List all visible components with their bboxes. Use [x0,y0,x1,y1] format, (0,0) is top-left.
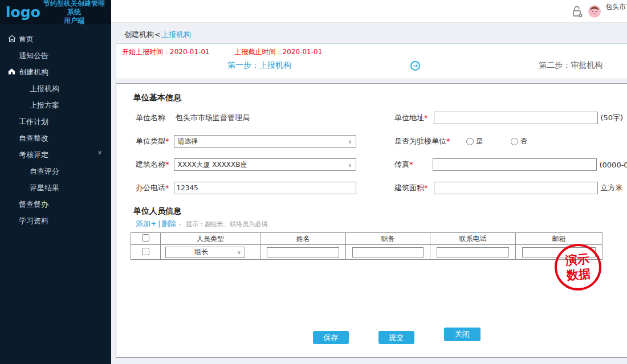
sidebar-item-work-plan[interactable]: 工作计划 [0,113,111,130]
person-type-select[interactable]: 组长 ∨ [165,247,245,258]
radio-yes[interactable]: 是 [466,136,483,146]
sidebar-item-assessment[interactable]: 考核评定 ∨ [0,146,111,163]
user-info[interactable]: 包头市市场监督管理局 管理员 [605,3,627,20]
form-row-3: 建筑名称* XXXX大厦 XXXXXB座 ∨ 传真* (0000-0000000… [133,158,627,171]
sidebar-item-create-org[interactable]: 创建机构 [0,64,111,80]
sidebar-item-supervision[interactable]: 督查督办 [0,196,111,212]
sidebar-item-label: 自查评分 [30,166,59,177]
fax-label: 传真* [394,159,413,170]
sidebar-item-home[interactable]: 首页 [0,31,111,47]
person-duty-input[interactable] [352,247,424,257]
col-person-type: 人员类型 [161,233,260,245]
form-actions: 保存 提交 关闭 [116,328,627,344]
unit-address-input[interactable] [434,112,598,124]
save-button[interactable]: 保存 [313,331,349,344]
required-asterisk: * [165,160,169,169]
sidebar-item-report-org[interactable]: 上报机构 [0,80,111,97]
sidebar-item-self-check[interactable]: 自查整改 [0,130,111,146]
sidebar-item-label: 通知公告 [19,51,48,61]
breadcrumb-parent: 创建机构 [124,30,154,39]
sidebar-item-report-plan[interactable]: 上报方案 [0,97,111,113]
building-name-label: 建筑名称* [136,159,169,170]
col-email: 邮箱 [516,233,602,245]
system-title: 节约型机关创建管理系统 用户端 [40,0,108,25]
select-all-checkbox[interactable] [142,234,149,242]
col-name: 姓名 [260,233,346,245]
radio-no-input[interactable] [511,138,518,145]
unit-name-label: 单位名称 [136,113,165,123]
stamp-line1: 演示 [565,251,590,268]
sidebar-item-self-score[interactable]: 自查评分 [0,163,111,179]
personnel-table: 人员类型 姓名 职务 联系电话 邮箱 组长 ∨ [131,232,602,260]
step-one-label: 第一步：上报机构 [227,60,291,71]
sidebar-item-notices[interactable]: 通知公告 [0,47,111,64]
people-hint: 提示：副组长、联络员为必填 [186,220,267,228]
unit-type-select[interactable]: 请选择 ∨ [174,135,356,148]
arrow-right-icon: → [410,61,420,71]
table-header-row: 人员类型 姓名 职务 联系电话 邮箱 [131,233,602,245]
section-title-basic-info: 单位基本信息 [133,93,627,103]
radio-yes-input[interactable] [466,138,474,145]
required-asterisk: * [165,183,169,192]
report-dates: 开始上报时间：2020-01-01 上报截止时间：2020-01-01 [122,47,627,57]
chevron-down-icon: ∨ [237,249,241,255]
unit-name-value: 包头市市场监督管理局 [176,113,250,123]
submit-button[interactable]: 提交 [378,331,414,344]
sidebar-item-label: 评星结果 [30,183,59,193]
building-area-label: 建筑面积* [394,183,428,193]
form-row-2: 单位类型* 请选择 ∨ 是否为驻楼单位* 是 否 [133,134,627,148]
lock-settings-icon[interactable] [570,5,584,18]
sidebar-item-label: 学习资料 [19,216,48,226]
section-title-personnel: 单位人员信息 [133,206,627,216]
sidebar-item-learning[interactable]: 学习资料 [0,212,111,229]
office-phone-label: 办公电话* [136,183,169,193]
fax-hint: (0000-0000000) [600,161,627,169]
in-building-radio-group: 是 否 [466,136,555,146]
building-name-select[interactable]: XXXX大厦 XXXXXB座 ∨ [174,158,356,171]
col-duty: 职务 [346,233,430,245]
content: 创建机构<上报机构 开始上报时间：2020-01-01 上报截止时间：2020-… [111,23,627,358]
radio-no[interactable]: 否 [511,136,528,146]
chevron-down-icon: ∨ [348,162,352,168]
close-button[interactable]: 关闭 [444,328,481,341]
sidebar-item-label: 督查督办 [19,199,48,210]
sidebar-item-label: 自查整改 [19,133,48,144]
logo: logo [6,4,40,21]
sidebar-item-label: 上报机构 [30,84,59,94]
table-row: 组长 ∨ [131,245,602,260]
required-asterisk: * [446,137,450,145]
office-phone-input[interactable] [174,182,356,194]
topbar: 包头市市场监督管理局 管理员 [111,0,627,23]
delete-row-button[interactable]: 删除 - [161,219,181,229]
sidebar: logo 节约型机关创建管理系统 用户端 首页 通知公告 创建机构 [0,0,111,364]
sidebar-item-label: 上报方案 [30,100,59,111]
form-row-1: 单位名称 包头市市场监督管理局 单位地址* (50字) [133,111,627,125]
user-org-name: 包头市市场监督管理局 [605,3,627,11]
row-checkbox[interactable] [142,248,149,255]
report-end-date: 上报截止时间：2020-01-01 [235,48,323,56]
sidebar-item-star-result[interactable]: 评星结果 [0,179,111,196]
fax-input[interactable] [433,158,597,171]
person-name-input[interactable] [267,247,339,257]
system-title-line2: 用户端 [64,17,84,24]
home-outline-icon [7,34,17,43]
sidebar-item-label: 工作计划 [19,117,48,127]
person-phone-input[interactable] [437,247,509,257]
step-panel: 开始上报时间：2020-01-01 上报截止时间：2020-01-01 第一步：… [116,43,627,79]
required-asterisk: * [409,160,413,169]
building-area-input[interactable] [434,182,598,194]
user-avatar[interactable] [588,5,601,18]
required-asterisk: * [424,183,428,192]
breadcrumb-separator: < [154,30,161,39]
stamp-line2: 数据 [566,266,591,283]
form-panel: 单位基本信息 单位名称 包头市市场监督管理局 单位地址* (50字) [116,83,627,358]
system-title-line1: 节约型机关创建管理系统 [43,0,105,16]
sidebar-menu: 首页 通知公告 创建机构 上报机构 上报方案 工作计划 自查整改 [0,31,111,229]
people-toolbar: 添加+ | 删除 - 提示：副组长、联络员为必填 [136,219,627,229]
add-row-button[interactable]: 添加+ [136,219,157,229]
sidebar-item-label: 创建机构 [19,67,48,77]
building-area-unit: 立方米 [601,183,623,193]
unit-address-label: 单位地址* [394,113,428,123]
required-asterisk: * [424,113,428,122]
breadcrumb-current[interactable]: 上报机构 [161,30,191,39]
